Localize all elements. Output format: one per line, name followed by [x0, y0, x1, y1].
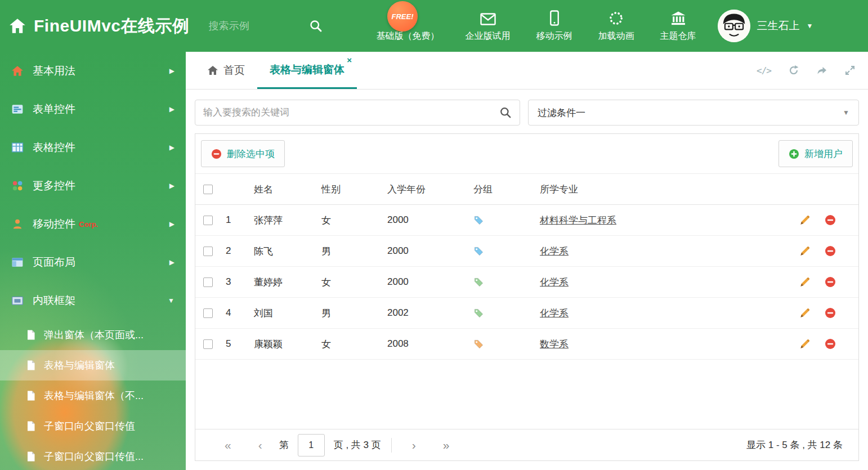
sidebar-subitem-child-to-parent[interactable]: 子窗口向父窗口传值: [0, 411, 186, 441]
tag-icon: [473, 308, 484, 319]
delete-selected-label: 删除选中项: [227, 147, 275, 160]
sidebar-item-form-controls[interactable]: 表单控件 ▶: [0, 90, 186, 128]
column-header-group: 分组: [473, 183, 540, 196]
corp-badge: Corp.: [79, 220, 98, 229]
sidebar-item-iframe[interactable]: 内联框架 ▼: [0, 281, 186, 320]
delete-row-icon[interactable]: [825, 338, 836, 350]
table-row: 3 董婷婷 女 2000 化学系: [195, 267, 858, 298]
tag-icon: [473, 246, 484, 257]
search-icon[interactable]: [499, 106, 512, 119]
major-link[interactable]: 化学系: [540, 246, 569, 257]
sidebar-subitem-grid-edit-window[interactable]: 表格与编辑窗体: [0, 350, 186, 381]
tag-icon: [473, 215, 484, 226]
cell-gender: 男: [321, 307, 387, 320]
sidebar-subitem-child-to-parent-2[interactable]: 子窗口向父窗口传值...: [0, 441, 186, 470]
nav-item-theme-store[interactable]: 主题仓库: [660, 10, 696, 42]
chevron-down-icon: ▼: [168, 297, 175, 305]
sidebar-item-label: 内联框架: [33, 293, 75, 308]
edit-pencil-icon[interactable]: [799, 277, 810, 288]
sidebar-item-page-layout[interactable]: 页面布局 ▶: [0, 243, 186, 281]
table-row: 1 张萍萍 女 2000 材料科学与工程系: [195, 205, 858, 236]
sidebar-subitem-label: 子窗口向父窗口传值...: [44, 450, 144, 463]
sidebar-item-grid-controls[interactable]: 表格控件 ▶: [0, 128, 186, 167]
sidebar-subitem-popup-window[interactable]: 弹出窗体（本页面或...: [0, 320, 186, 350]
header-search-input[interactable]: [209, 20, 305, 32]
cell-name: 康颖颖: [254, 338, 321, 351]
major-link[interactable]: 化学系: [540, 308, 569, 319]
plus-circle-icon: [789, 149, 799, 159]
grid-toolbar: 删除选中项 新增用户: [195, 134, 858, 174]
sidebar-subitem-grid-edit-window-no[interactable]: 表格与编辑窗体（不...: [0, 381, 186, 411]
nav-label: 企业版试用: [466, 30, 511, 42]
user-avatar: [718, 10, 750, 42]
frame-icon: [11, 294, 24, 307]
cell-year: 2000: [387, 276, 473, 288]
row-checkbox[interactable]: [203, 277, 213, 287]
nav-item-mobile-demo[interactable]: 移动示例: [536, 10, 572, 42]
delete-row-icon[interactable]: [825, 245, 836, 257]
more-controls-icon: [11, 180, 24, 192]
sidebar-subitem-label: 弹出窗体（本页面或...: [44, 328, 144, 342]
row-checkbox[interactable]: [203, 247, 213, 256]
pager-next-icon[interactable]: ›: [399, 439, 429, 451]
pager-last-icon[interactable]: »: [429, 439, 463, 451]
major-link[interactable]: 化学系: [540, 277, 569, 288]
tag-icon: [473, 339, 484, 350]
share-icon[interactable]: [816, 65, 827, 76]
refresh-icon[interactable]: [788, 65, 799, 76]
filter-dropdown-value: 过滤条件一: [538, 106, 585, 119]
delete-selected-button[interactable]: 删除选中项: [201, 140, 285, 167]
select-all-checkbox[interactable]: [203, 185, 213, 194]
edit-pencil-icon[interactable]: [799, 308, 810, 319]
delete-row-icon[interactable]: [825, 276, 836, 288]
edit-pencil-icon[interactable]: [799, 246, 810, 257]
expand-icon[interactable]: [844, 65, 856, 76]
nav-item-loading-animation[interactable]: 加载动画: [598, 10, 634, 42]
delete-row-icon[interactable]: [825, 307, 836, 319]
major-link[interactable]: 数学系: [540, 339, 569, 350]
filter-dropdown[interactable]: 过滤条件一 ▼: [528, 100, 859, 126]
nav-label: 主题仓库: [660, 30, 696, 42]
pager-prev-icon[interactable]: ‹: [245, 439, 276, 451]
caret-down-icon: ▼: [843, 109, 849, 117]
row-index: 3: [226, 276, 254, 288]
file-icon: [26, 420, 36, 432]
edit-pencil-icon[interactable]: [799, 215, 810, 226]
keyword-search-input[interactable]: [203, 107, 495, 118]
page-number-input[interactable]: [298, 434, 325, 456]
row-index: 5: [226, 338, 254, 350]
row-checkbox[interactable]: [203, 339, 213, 349]
cell-name: 张萍萍: [254, 214, 321, 227]
search-icon[interactable]: [309, 19, 323, 33]
cell-gender: 女: [321, 214, 387, 227]
tab-grid-edit-window[interactable]: 表格与编辑窗体 ×: [257, 52, 357, 89]
pager-first-icon[interactable]: «: [211, 439, 245, 451]
home-icon[interactable]: [9, 17, 26, 34]
table-row: 5 康颖颖 女 2008 数学系: [195, 329, 858, 360]
source-code-icon[interactable]: </>: [757, 65, 771, 76]
cell-year: 2000: [387, 214, 473, 226]
tab-label: 表格与编辑窗体: [270, 62, 344, 77]
spinner-icon: [609, 10, 624, 26]
table-header-row: 姓名 性别 入学年份 分组 所学专业: [195, 174, 858, 205]
close-icon[interactable]: ×: [347, 56, 352, 64]
mobile-person-icon: [11, 218, 24, 230]
nav-label: 基础版（免费）: [377, 30, 440, 42]
top-nav: 基础版（免费） 企业版试用 移动示例 加载动画: [377, 10, 696, 42]
add-user-button[interactable]: 新增用户: [778, 140, 853, 167]
cell-name: 董婷婷: [254, 276, 321, 289]
nav-label: 加载动画: [598, 30, 634, 42]
delete-row-icon[interactable]: [825, 214, 836, 226]
grid-panel: 删除选中项 新增用户 姓名 性别 入学年份 分组: [195, 133, 859, 461]
sidebar-item-more-controls[interactable]: 更多控件 ▶: [0, 167, 186, 205]
row-checkbox[interactable]: [203, 216, 213, 225]
sidebar-item-mobile-controls[interactable]: 移动控件 Corp. ▶: [0, 205, 186, 243]
app-window: FineUIMvc在线示例 FREE! 基础版（免费） 企业版试用: [0, 0, 868, 470]
major-link[interactable]: 材料科学与工程系: [540, 215, 616, 226]
edit-pencil-icon[interactable]: [799, 339, 810, 350]
user-menu[interactable]: 三生石上 ▼: [718, 10, 813, 42]
tab-home[interactable]: 首页: [195, 52, 257, 89]
sidebar-item-basic-usage[interactable]: 基本用法 ▶: [0, 52, 186, 90]
row-checkbox[interactable]: [203, 308, 213, 318]
nav-item-enterprise-trial[interactable]: 企业版试用: [466, 10, 511, 42]
